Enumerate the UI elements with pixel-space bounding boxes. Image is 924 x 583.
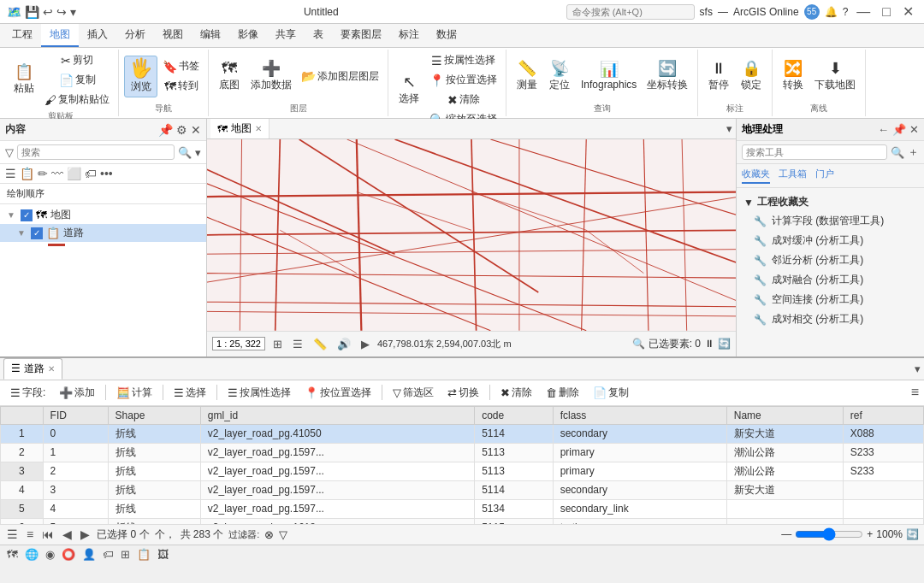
tab-share[interactable]: 共享 <box>267 24 305 47</box>
calculate-button[interactable]: 🧮 计算 <box>111 383 157 403</box>
add-data-button[interactable]: ➕ 添加数据 <box>246 58 296 95</box>
tab-analysis[interactable]: 分析 <box>116 24 154 47</box>
ruler-icon[interactable]: 📏 <box>311 337 329 351</box>
gp-item-pairwise-buffer[interactable]: 🔧 成对缓冲 (分析工具) <box>743 231 917 250</box>
map-menu-icon[interactable]: ▾ <box>726 122 732 135</box>
layer-line-icon[interactable]: 〰 <box>51 167 63 180</box>
status-grid-icon[interactable]: ⊞ <box>121 548 130 561</box>
table-row[interactable]: 5 4 折线 v2_layer_road_pg.1597... 5134 sec… <box>1 499 924 518</box>
table-row[interactable]: 2 1 折线 v2_layer_road_pg.1597... 5113 pri… <box>1 443 924 462</box>
table-clear-button[interactable]: ✖ 清除 <box>495 383 537 403</box>
gp-tab-portal[interactable]: 门户 <box>815 168 834 184</box>
tab-feature-layer[interactable]: 要素图层 <box>332 24 390 47</box>
zoom-plus-icon[interactable]: + <box>867 528 873 540</box>
field-button[interactable]: ☰ 字段: <box>5 383 50 403</box>
status-meta-icon[interactable]: 📋 <box>137 548 151 561</box>
gp-add-button[interactable]: ＋ <box>908 144 919 160</box>
audio-icon[interactable]: 🔊 <box>335 337 353 351</box>
table-wrap[interactable]: FID Shape gml_id code fclass Name ref 1 … <box>0 406 924 524</box>
map-tab-close-icon[interactable]: ✕ <box>255 124 262 133</box>
search-arrow-icon[interactable]: ▾ <box>195 146 201 159</box>
table-more-icon[interactable]: ≡ <box>911 385 919 400</box>
gp-item-calculate-field[interactable]: 🔧 计算字段 (数据管理工具) <box>743 211 917 231</box>
table-copy-button[interactable]: 📄 复制 <box>588 383 634 403</box>
status-tag-icon[interactable]: 🏷 <box>103 548 114 561</box>
zoom-slider[interactable] <box>795 527 863 541</box>
paste-button[interactable]: 📋 粘贴 <box>9 62 39 98</box>
layer-label-icon[interactable]: 🏷 <box>85 167 97 180</box>
close-button[interactable]: ✕ <box>899 3 917 20</box>
filter-clear-icon[interactable]: ⊗ <box>264 528 274 541</box>
table-list-icon[interactable]: ≡ <box>25 527 35 541</box>
table-row[interactable]: 3 2 折线 v2_layer_road_pg.1597... 5113 pri… <box>1 462 924 480</box>
col-header-name[interactable]: Name <box>726 406 843 424</box>
gp-pin-icon[interactable]: 📌 <box>892 123 906 136</box>
col-header-ref[interactable]: ref <box>843 406 923 424</box>
cut-button[interactable]: ✂ 剪切 <box>41 51 113 69</box>
gp-item-spatial-join[interactable]: 🔧 空间连接 (分析工具) <box>743 290 917 309</box>
table-switch-button[interactable]: ⇄ 切换 <box>442 383 484 403</box>
nav-first-icon[interactable]: ⏮ <box>40 527 56 541</box>
save-icon[interactable]: 💾 <box>25 5 39 19</box>
table-row[interactable]: 1 0 折线 v2_layer_road_pg.41050 5114 secon… <box>1 424 924 443</box>
gp-group-header[interactable]: ▼ 工程收藏夹 <box>743 193 917 211</box>
status-earth-icon[interactable]: 🌐 <box>25 548 38 561</box>
tab-table[interactable]: 表 <box>305 24 332 47</box>
panel-settings-icon[interactable]: ⚙ <box>176 123 187 137</box>
panel-close-icon[interactable]: ✕ <box>191 123 201 137</box>
convert-button[interactable]: 🔀 转换 <box>778 58 808 95</box>
gp-item-near[interactable]: 🔧 邻近分析 (分析工具) <box>743 250 917 270</box>
locate-button[interactable]: 📡 定位 <box>544 58 575 95</box>
zoom-minus-icon[interactable]: — <box>781 528 791 540</box>
undo-icon[interactable]: ↩ <box>43 5 53 19</box>
col-header-fclass[interactable]: fclass <box>553 406 726 424</box>
maximize-button[interactable]: □ <box>879 4 894 20</box>
add-row-button[interactable]: ➕ 添加 <box>54 383 100 403</box>
layer-search-input[interactable] <box>17 144 175 160</box>
layer-checkbox-map[interactable] <box>21 209 33 221</box>
table-grid-icon[interactable]: ☰ <box>5 527 20 541</box>
map-view[interactable] <box>207 139 736 331</box>
add-layer-button[interactable]: 📂 添加图层图层 <box>298 68 382 85</box>
gp-search-icon[interactable]: 🔍 <box>891 146 904 159</box>
status-avatar-icon[interactable]: 👤 <box>82 548 96 561</box>
table-delete-button[interactable]: 🗑 删除 <box>541 383 584 403</box>
gp-item-pairwise-dissolve[interactable]: 🔧 成对融合 (分析工具) <box>743 270 917 290</box>
table-tab-close-icon[interactable]: ✕ <box>48 364 55 374</box>
geoprocess-search-input[interactable] <box>742 144 887 160</box>
bookmark-button[interactable]: 🔖 书签 <box>159 57 203 75</box>
pin-icon[interactable]: 📌 <box>158 123 173 137</box>
layer-more-icon[interactable]: ••• <box>100 167 113 180</box>
tab-edit[interactable]: 编辑 <box>192 24 229 47</box>
table-row[interactable]: 4 3 折线 v2_layer_road_pg.1597... 5114 sec… <box>1 480 924 499</box>
pause-map-icon[interactable]: ⏸ <box>704 338 714 350</box>
select-by-location-button[interactable]: 📍 按位置选择 <box>426 71 500 89</box>
layer-checkbox-roads[interactable] <box>31 227 43 239</box>
help-icon[interactable]: ? <box>843 6 849 18</box>
lock-label-button[interactable]: 🔒 锁定 <box>736 58 767 95</box>
format-copy-button[interactable]: 🖌 复制粘贴位 <box>41 91 113 109</box>
gp-back-icon[interactable]: ← <box>878 123 889 136</box>
nav-play-icon[interactable]: ▶ <box>79 527 92 541</box>
filter-icon2[interactable]: ▽ <box>279 528 287 541</box>
table-filter-button[interactable]: ▽ 筛选区 <box>388 383 439 403</box>
layer-table-icon[interactable]: 📋 <box>20 167 34 180</box>
col-header-gmlid[interactable]: gml_id <box>200 406 474 424</box>
clear-sel-button[interactable]: ✖ 清除 <box>426 91 500 109</box>
layer-polygon-icon[interactable]: ⬜ <box>67 167 81 180</box>
search-icon[interactable]: 🔍 <box>178 146 192 159</box>
status-map-icon[interactable]: 🗺 <box>7 548 18 561</box>
tab-view[interactable]: 视图 <box>154 24 192 47</box>
layer-edit-icon[interactable]: ✏ <box>38 167 48 180</box>
table-tab-roads[interactable]: ☰ 道路 ✕ <box>3 358 62 380</box>
goto-button[interactable]: 🗺 转到 <box>159 77 203 95</box>
tab-label[interactable]: 标注 <box>390 24 428 47</box>
measure-button[interactable]: 📏 测量 <box>512 58 542 95</box>
gp-close-icon[interactable]: ✕ <box>909 123 919 136</box>
tab-imagery[interactable]: 影像 <box>229 24 267 47</box>
select-button[interactable]: ↖ 选择 <box>394 72 424 109</box>
select-by-attr-button[interactable]: ☰ 按属性选择 <box>426 51 500 69</box>
gp-item-pairwise-intersect[interactable]: 🔧 成对相交 (分析工具) <box>743 309 917 329</box>
nav-prev-icon[interactable]: ◀ <box>61 527 74 541</box>
command-search-input[interactable] <box>566 4 695 20</box>
